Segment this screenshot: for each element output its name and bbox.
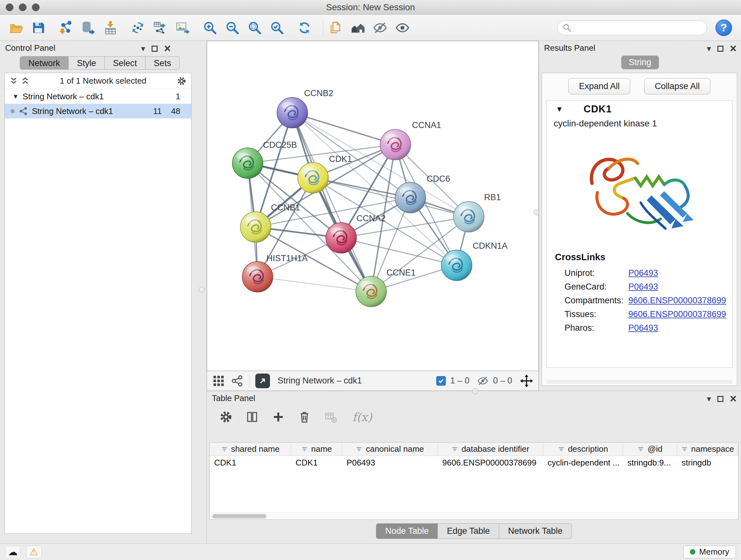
table-cell[interactable]: P06493 <box>342 456 438 469</box>
tab-sets[interactable]: Sets <box>145 56 180 70</box>
tab-node-table[interactable]: Node Table <box>376 523 438 539</box>
open-session-button[interactable] <box>7 19 25 37</box>
column-header-database-identifier[interactable]: database identifier <box>438 442 543 455</box>
gear-icon[interactable] <box>177 76 187 86</box>
table-settings-gear-icon[interactable] <box>219 410 233 424</box>
zoom-fit-button[interactable] <box>246 19 264 37</box>
delete-column-trash-icon[interactable] <box>297 410 312 424</box>
copy-document-button[interactable] <box>327 19 344 37</box>
help-button[interactable]: ? <box>716 19 732 36</box>
network-row[interactable]: String Network – cdk1 11 48 <box>5 104 191 118</box>
zoom-out-button[interactable] <box>223 19 241 37</box>
results-horizontal-scrollbar[interactable] <box>546 380 732 383</box>
crosslink-link[interactable]: 9606.ENSP00000378699 <box>628 309 726 319</box>
panel-close-icon[interactable]: × <box>730 393 737 405</box>
memory-button[interactable]: Memory <box>683 546 736 558</box>
window-close-button[interactable] <box>6 3 13 11</box>
panel-close-icon[interactable]: × <box>164 43 171 54</box>
network-from-table-button[interactable] <box>151 19 169 37</box>
collapse-all-button[interactable]: Collapse All <box>644 78 711 95</box>
table-horizontal-scrollbar[interactable] <box>210 512 738 519</box>
network-node-CCNA1[interactable] <box>380 129 411 160</box>
warning-icon[interactable]: ⚠ <box>26 546 42 558</box>
table-cell[interactable]: stringdb <box>677 456 738 469</box>
birdseye-grid-icon[interactable] <box>212 374 225 387</box>
save-session-button[interactable] <box>29 19 47 37</box>
column-header-shared-name[interactable]: shared name <box>210 442 291 455</box>
network-node-CCNB2[interactable] <box>277 98 308 128</box>
crosslink-link[interactable]: P06493 <box>628 323 658 333</box>
network-collection-row[interactable]: ▼ String Network – cdk1 1 <box>5 89 191 104</box>
crosslink-link[interactable]: 9606.ENSP00000378699 <box>628 296 726 306</box>
column-header-canonical-name[interactable]: canonical name <box>342 442 438 455</box>
selected-checkbox-icon[interactable] <box>436 376 446 386</box>
panel-menu-icon[interactable]: ▾ <box>707 395 711 403</box>
tab-network[interactable]: Network <box>20 56 69 70</box>
cloud-icon[interactable]: ☁ <box>5 546 20 558</box>
network-node-CDC6[interactable] <box>395 182 426 213</box>
network-node-CDK1[interactable] <box>298 163 328 193</box>
column-header-namespace[interactable]: namespace <box>677 442 738 455</box>
table-row[interactable]: CDK1CDK1P064939606.ENSP00000378699cyclin… <box>210 456 738 469</box>
network-node-CDC25B[interactable] <box>232 148 263 179</box>
import-network-file-button[interactable] <box>57 19 75 37</box>
column-header-@id[interactable]: @id <box>623 442 677 455</box>
tab-string[interactable]: String <box>621 56 659 69</box>
expand-all-icon[interactable] <box>21 77 30 85</box>
splitter-handle-right[interactable] <box>534 209 539 215</box>
tab-style[interactable]: Style <box>69 56 105 70</box>
window-zoom-button[interactable] <box>32 3 40 11</box>
tab-select[interactable]: Select <box>105 56 145 70</box>
column-header-name[interactable]: name <box>291 442 342 455</box>
panel-menu-icon[interactable]: ▾ <box>707 44 711 53</box>
export-image-button[interactable] <box>174 19 192 37</box>
hidden-eye-slash-icon[interactable] <box>477 375 488 387</box>
hide-selection-eye-slash-button[interactable] <box>371 19 389 37</box>
panel-close-icon[interactable]: × <box>730 43 737 54</box>
table-cell[interactable]: CDK1 <box>210 456 291 469</box>
zoom-in-button[interactable] <box>201 19 219 37</box>
network-node-CCNE1[interactable] <box>356 276 387 307</box>
column-header-description[interactable]: description <box>543 442 623 455</box>
network-canvas[interactable]: CCNB2CCNA1CDC25BCDK1CDC6RB1CCNB1CCNA2CDK… <box>207 41 539 371</box>
crosslink-link[interactable]: P06493 <box>628 268 658 278</box>
network-node-RB1[interactable] <box>454 201 484 232</box>
panel-float-icon[interactable] <box>718 46 724 52</box>
tab-edge-table[interactable]: Edge Table <box>438 523 499 539</box>
tab-network-table[interactable]: Network Table <box>499 523 572 539</box>
zoom-selected-button[interactable] <box>268 19 286 37</box>
splitter-handle-left[interactable] <box>199 287 205 293</box>
network-node-HIST1H1A[interactable] <box>242 261 273 292</box>
crosslink-link[interactable]: P06493 <box>628 282 658 292</box>
search-input[interactable] <box>575 23 702 33</box>
open-in-new-window-button[interactable] <box>255 374 270 388</box>
table-cell[interactable]: cyclin-dependent ... <box>543 456 623 469</box>
show-selection-eye-button[interactable] <box>394 19 411 37</box>
new-network-button[interactable] <box>129 19 147 37</box>
collapse-section-icon[interactable]: ▼ <box>556 105 563 114</box>
network-share-icon[interactable] <box>231 374 244 387</box>
search-box[interactable] <box>557 20 707 35</box>
pan-crosshair-icon[interactable] <box>520 374 533 388</box>
tree-expand-icon[interactable]: ▼ <box>12 93 19 100</box>
window-minimize-button[interactable] <box>19 3 26 11</box>
splitter-handle-bottom[interactable] <box>472 388 478 394</box>
refresh-layout-button[interactable] <box>295 19 313 37</box>
table-cell[interactable]: 9606.ENSP00000378699 <box>438 456 543 469</box>
import-table-button[interactable] <box>102 19 119 37</box>
network-node-CDKN1A[interactable] <box>441 250 472 281</box>
add-column-icon[interactable] <box>271 410 285 424</box>
network-node-CCNA2[interactable] <box>326 223 356 253</box>
show-columns-icon[interactable] <box>245 410 259 424</box>
scrollbar-thumb[interactable] <box>212 514 266 518</box>
panel-float-icon[interactable] <box>718 396 724 402</box>
network-node-CCNB1[interactable] <box>240 212 271 242</box>
expand-all-button[interactable]: Expand All <box>568 78 630 95</box>
home-layouts-button[interactable] <box>349 19 367 37</box>
import-network-database-button[interactable] <box>79 19 97 37</box>
collapse-all-icon[interactable] <box>9 77 18 85</box>
table-cell[interactable]: CDK1 <box>291 456 342 469</box>
table-cell[interactable]: stringdb:9... <box>623 456 677 469</box>
function-builder-button[interactable]: f(x) <box>352 411 372 424</box>
panel-menu-icon[interactable]: ▾ <box>141 44 145 53</box>
